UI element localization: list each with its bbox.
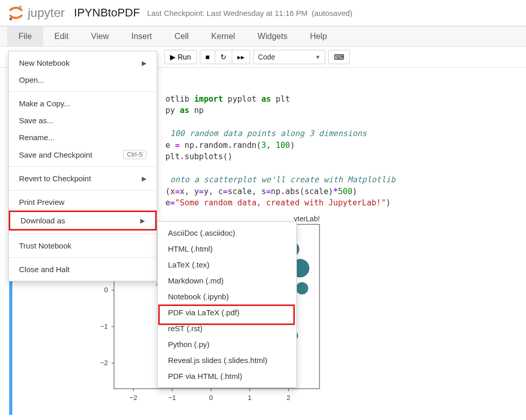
svg-text:−1: −1 xyxy=(100,322,108,330)
menu-close-halt[interactable]: Close and Halt xyxy=(9,261,157,278)
cell-type-select[interactable]: Code ▼ xyxy=(253,50,325,64)
menu-separator xyxy=(9,257,157,258)
menu-separator xyxy=(9,166,157,167)
chevron-down-icon: ▼ xyxy=(315,54,321,60)
menu-revert[interactable]: Revert to Checkpoint ▶ xyxy=(9,170,157,187)
menu-save-as[interactable]: Save as... xyxy=(9,112,157,129)
svg-text:−2: −2 xyxy=(100,359,108,367)
download-notebook[interactable]: Notebook (.ipynb) xyxy=(158,289,296,304)
menu-widgets[interactable]: Widgets xyxy=(247,27,299,46)
menu-download-as[interactable]: Download as ▶ xyxy=(9,211,157,231)
notebook-title[interactable]: IPYNBtoPDF xyxy=(74,6,140,20)
menu-print-preview[interactable]: Print Preview xyxy=(9,194,157,211)
download-asciidoc[interactable]: AsciiDoc (.asciidoc) xyxy=(158,225,296,241)
svg-text:2: 2 xyxy=(287,394,290,402)
refresh-icon: ↻ xyxy=(220,53,227,61)
checkpoint-text: Last Checkpoint: Last Wednesday at 11:16… xyxy=(147,9,307,17)
svg-text:0: 0 xyxy=(209,394,213,402)
menu-kernel[interactable]: Kernel xyxy=(200,27,246,46)
menu-open[interactable]: Open... xyxy=(9,71,157,88)
menu-edit[interactable]: Edit xyxy=(43,27,80,46)
download-python[interactable]: Python (.py) xyxy=(158,336,296,352)
svg-point-32 xyxy=(296,282,308,294)
download-html[interactable]: HTML (.html) xyxy=(158,241,296,257)
menu-help[interactable]: Help xyxy=(298,27,338,46)
menu-rename[interactable]: Rename... xyxy=(9,129,157,146)
submenu-arrow-icon: ▶ xyxy=(142,175,146,182)
submenu-arrow-icon: ▶ xyxy=(140,217,145,224)
menu-save-checkpoint[interactable]: Save and Checkpoint Ctrl-S xyxy=(9,146,157,163)
svg-text:yterLab!: yterLab! xyxy=(294,215,320,223)
file-dropdown-menu: New Notebook ▶ Open... Make a Copy... Sa… xyxy=(8,51,157,281)
download-rest[interactable]: reST (.rst) xyxy=(158,320,296,336)
interrupt-button[interactable]: ■ xyxy=(200,50,215,64)
menu-cell[interactable]: Cell xyxy=(163,27,200,46)
play-icon: ▶ xyxy=(170,53,176,61)
menu-trust-notebook[interactable]: Trust Notebook xyxy=(9,237,157,254)
autosave-text: (autosaved) xyxy=(312,9,352,17)
menu-file[interactable]: File xyxy=(7,27,43,46)
kbd-shortcut: Ctrl-S xyxy=(123,150,146,159)
stop-icon: ■ xyxy=(205,53,210,61)
svg-text:1: 1 xyxy=(248,394,252,402)
menu-make-copy[interactable]: Make a Copy... xyxy=(9,95,157,112)
jupyter-logo-icon xyxy=(7,4,25,22)
menu-new-notebook[interactable]: New Notebook ▶ xyxy=(9,54,157,71)
download-markdown[interactable]: Markdown (.md) xyxy=(158,273,296,289)
svg-text:−2: −2 xyxy=(129,394,137,402)
brand-text: jupyter xyxy=(28,6,65,20)
menu-separator xyxy=(9,234,157,234)
menu-view[interactable]: View xyxy=(80,27,120,46)
download-latex[interactable]: LaTeX (.tex) xyxy=(158,257,296,273)
run-button[interactable]: ▶ Run xyxy=(164,50,197,64)
command-palette-button[interactable]: ⌨ xyxy=(328,50,350,64)
menubar: File Edit View Insert Cell Kernel Widget… xyxy=(0,26,526,47)
download-pdf-latex[interactable]: PDF via LaTeX (.pdf) xyxy=(158,304,296,320)
fast-forward-icon: ▸▸ xyxy=(237,53,245,61)
download-as-submenu: AsciiDoc (.asciidoc) HTML (.html) LaTeX … xyxy=(157,221,297,388)
svg-text:−1: −1 xyxy=(168,394,176,402)
svg-text:0: 0 xyxy=(104,286,108,294)
menu-separator xyxy=(9,91,157,92)
submenu-arrow-icon: ▶ xyxy=(142,60,146,67)
menu-separator xyxy=(9,190,157,190)
header: jupyter IPYNBtoPDF Last Checkpoint: Last… xyxy=(0,0,526,26)
svg-point-1 xyxy=(9,17,12,20)
menu-insert[interactable]: Insert xyxy=(120,27,163,46)
restart-button[interactable]: ↻ xyxy=(215,50,232,64)
keyboard-icon: ⌨ xyxy=(334,53,344,61)
restart-run-all-button[interactable]: ▸▸ xyxy=(232,50,250,64)
download-revealjs[interactable]: Reveal.js slides (.slides.html) xyxy=(158,352,296,368)
download-pdf-html[interactable]: PDF via HTML (.html) xyxy=(158,368,296,384)
